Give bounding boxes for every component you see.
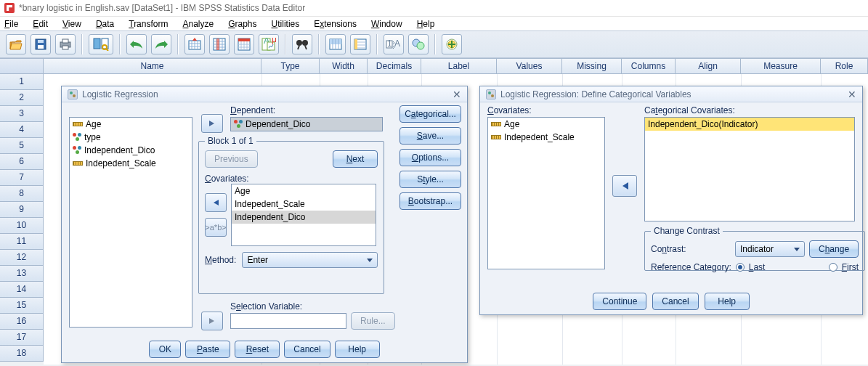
row-header[interactable]: 15 — [0, 298, 44, 314]
move-to-dependent-button[interactable] — [201, 114, 223, 133]
reset-button[interactable]: Reset — [235, 341, 280, 358]
col-values[interactable]: Values — [497, 59, 562, 73]
row-header[interactable]: 9 — [0, 202, 44, 218]
open-icon[interactable] — [6, 34, 26, 54]
help-button[interactable]: Help — [335, 341, 380, 358]
next-button[interactable]: Next — [333, 150, 378, 168]
selection-variable-label: Selection Variable: — [230, 301, 302, 312]
row-header[interactable]: 14 — [0, 282, 44, 298]
row-header[interactable]: 16 — [0, 314, 44, 330]
cancel-button[interactable]: Cancel — [652, 293, 698, 310]
goto-variable-icon[interactable] — [209, 34, 230, 54]
change-contrast-fieldset: Change Contrast Contrast: Indicator Chan… — [644, 226, 865, 271]
menu-file[interactable]: File — [4, 19, 18, 29]
goto-case-icon[interactable] — [184, 34, 205, 54]
cancel-button[interactable]: Cancel — [284, 341, 330, 358]
weight-cases-icon[interactable] — [350, 34, 370, 54]
row-header[interactable]: 2 — [0, 90, 44, 106]
refcat-first-radio[interactable] — [829, 263, 837, 272]
col-measure[interactable]: Measure — [741, 59, 821, 73]
bootstrap-button[interactable]: Bootstrap... — [399, 192, 461, 210]
select-cases-icon[interactable]: 1A — [384, 34, 404, 54]
move-arrow-button[interactable] — [612, 175, 637, 197]
menu-utilities[interactable]: Utilities — [272, 19, 300, 29]
ok-button[interactable]: OK — [149, 341, 181, 358]
col-role[interactable]: Role — [821, 59, 868, 73]
menu-extensions[interactable]: Extensions — [314, 19, 357, 29]
row-header[interactable]: 17 — [0, 330, 44, 346]
dialog-logistic-regression: Logistic Regression ✕ Age type Independe… — [61, 86, 468, 363]
variables-icon[interactable] — [234, 34, 254, 54]
move-to-selection-button[interactable] — [201, 312, 223, 330]
method-label: Method: — [205, 255, 236, 265]
recall-dialog-icon[interactable] — [89, 34, 113, 54]
categorical-button[interactable]: Categorical... — [399, 105, 461, 123]
split-file-icon[interactable] — [325, 34, 346, 54]
menu-window[interactable]: Window — [371, 19, 402, 29]
use-sets-icon[interactable] — [442, 34, 462, 54]
style-button[interactable]: Style... — [399, 171, 461, 188]
redo-icon[interactable] — [151, 34, 171, 54]
menu-edit[interactable]: Edit — [33, 19, 48, 29]
menu-help[interactable]: Help — [417, 19, 435, 29]
find-icon[interactable] — [292, 34, 312, 54]
row-header[interactable]: 13 — [0, 266, 44, 282]
menu-data[interactable]: Data — [96, 19, 114, 29]
svg-rect-2 — [38, 40, 44, 43]
menu-analyze[interactable]: Analyze — [182, 19, 214, 29]
col-width[interactable]: Width — [320, 59, 368, 73]
grid-corner[interactable] — [0, 59, 44, 73]
value-labels-icon[interactable] — [408, 34, 429, 54]
help-button[interactable]: Help — [705, 293, 750, 310]
categorical-covariates-list[interactable]: Independent_Dico(Indicator) — [644, 117, 855, 221]
method-select[interactable]: Enter — [242, 252, 378, 268]
source-variables-list[interactable]: Age type Independent_Dico Indepedent_Sca… — [69, 117, 192, 328]
contrast-select[interactable]: Indicator — [735, 241, 805, 257]
col-align[interactable]: Align — [676, 59, 741, 73]
menu-graphs[interactable]: Graphs — [228, 19, 256, 29]
row-header[interactable]: 7 — [0, 170, 44, 186]
covariates-available-list[interactable]: Age Indepedent_Scale — [487, 117, 605, 269]
covariates-list[interactable]: Age Indepedent_Scale Independent_Dico — [231, 184, 376, 246]
row-header[interactable]: 6 — [0, 154, 44, 170]
interaction-button[interactable]: >a*b> — [205, 218, 227, 237]
col-label[interactable]: Label — [421, 59, 497, 73]
row-header[interactable]: 4 — [0, 122, 44, 138]
move-to-covariates-button[interactable] — [205, 193, 227, 212]
refcat-last-radio[interactable] — [736, 263, 745, 272]
selection-variable-field[interactable] — [230, 313, 346, 329]
row-header[interactable]: 11 — [0, 234, 44, 250]
row-headers: 123456789101112131415161718 — [0, 74, 44, 362]
col-type[interactable]: Type — [261, 59, 320, 73]
col-decimals[interactable]: Decimals — [368, 59, 421, 73]
paste-button[interactable]: Paste — [185, 341, 230, 358]
row-header[interactable]: 3 — [0, 106, 44, 122]
run-descriptives-icon[interactable]: Aμ — [259, 34, 279, 54]
svg-rect-5 — [62, 46, 68, 49]
save-button[interactable]: Save... — [399, 127, 461, 145]
row-header[interactable]: 8 — [0, 186, 44, 202]
row-header[interactable]: 10 — [0, 218, 44, 234]
undo-icon[interactable] — [126, 34, 147, 54]
print-icon[interactable] — [55, 34, 76, 54]
close-icon[interactable]: ✕ — [453, 89, 461, 100]
options-button[interactable]: Options... — [399, 149, 461, 166]
row-header[interactable]: 5 — [0, 138, 44, 154]
close-icon[interactable]: ✕ — [848, 89, 856, 100]
col-missing[interactable]: Missing — [562, 59, 622, 73]
dependent-field[interactable]: Dependent_Dico — [230, 117, 383, 131]
row-header[interactable]: 12 — [0, 250, 44, 266]
dlg1-titlebar[interactable]: Logistic Regression ✕ — [62, 86, 467, 102]
menu-transform[interactable]: Transform — [129, 19, 168, 29]
col-columns[interactable]: Columns — [622, 59, 676, 73]
save-icon[interactable] — [31, 34, 51, 54]
var-item: Age — [70, 118, 192, 131]
change-button[interactable]: Change — [809, 240, 859, 258]
dlg2-titlebar[interactable]: Logistic Regression: Define Categorical … — [480, 86, 862, 102]
continue-button[interactable]: Continue — [593, 293, 646, 310]
covariates-label: Covariates: — [205, 174, 378, 184]
col-name[interactable]: Name — [44, 59, 261, 73]
menu-view[interactable]: View — [62, 19, 81, 29]
row-header[interactable]: 1 — [0, 74, 44, 90]
row-header[interactable]: 18 — [0, 346, 44, 362]
